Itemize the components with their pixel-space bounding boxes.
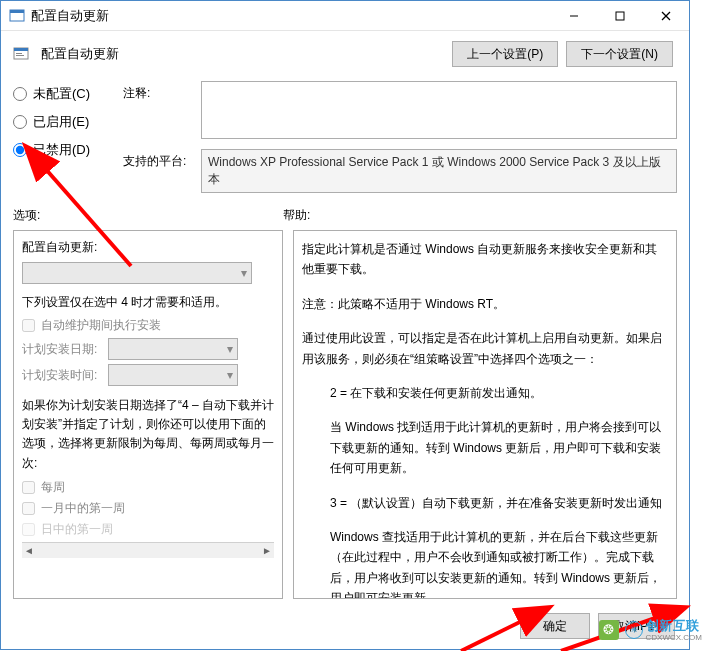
install-time-combo[interactable]: ▾ bbox=[108, 364, 238, 386]
watermark: ❂ ✳ 创新互联 CDXWCX.COM bbox=[599, 617, 702, 642]
radio-enabled[interactable]: 已启用(E) bbox=[13, 113, 113, 131]
policy-icon bbox=[13, 46, 29, 62]
help-p2: 注意：此策略不适用于 Windows RT。 bbox=[302, 294, 668, 314]
page-title: 配置自动更新 bbox=[41, 45, 119, 63]
svg-rect-1 bbox=[10, 10, 24, 13]
comment-label: 注释: bbox=[123, 81, 193, 102]
radio-not-configured-label: 未配置(C) bbox=[33, 85, 90, 103]
window-title: 配置自动更新 bbox=[31, 7, 551, 25]
help-pane[interactable]: 指定此计算机是否通过 Windows 自动更新服务来接收安全更新和其他重要下载。… bbox=[293, 230, 677, 599]
radio-enabled-input[interactable] bbox=[13, 115, 27, 129]
update-mode-combo[interactable]: ▾ bbox=[22, 262, 252, 284]
platform-box: Windows XP Professional Service Pack 1 或… bbox=[201, 149, 677, 193]
close-button[interactable] bbox=[643, 1, 689, 31]
background-strip bbox=[690, 0, 708, 652]
platform-label: 支持的平台: bbox=[123, 149, 193, 170]
help-p4: 2 = 在下载和安装任何更新前发出通知。 bbox=[302, 383, 668, 403]
state-radio-group: 未配置(C) 已启用(E) 已禁用(D) bbox=[13, 81, 113, 193]
chk-weekly-input[interactable] bbox=[22, 481, 35, 494]
install-date-label: 计划安装日期: bbox=[22, 341, 102, 358]
chk-first-week-input[interactable] bbox=[22, 502, 35, 515]
options-horizontal-scrollbar[interactable]: ◄ ► bbox=[22, 542, 274, 558]
chk-weekly[interactable]: 每周 bbox=[22, 479, 274, 496]
radio-disabled-label: 已禁用(D) bbox=[33, 141, 90, 159]
maximize-button[interactable] bbox=[597, 1, 643, 31]
chk-last-trunc[interactable]: 日中的第一周 bbox=[22, 521, 274, 538]
radio-not-configured-input[interactable] bbox=[13, 87, 27, 101]
svg-rect-8 bbox=[16, 53, 22, 54]
install-date-combo[interactable]: ▾ bbox=[108, 338, 238, 360]
options-section-title: 配置自动更新: bbox=[22, 239, 274, 256]
svg-rect-7 bbox=[14, 48, 28, 51]
titlebar: 配置自动更新 bbox=[1, 1, 689, 31]
options-note: 下列设置仅在选中 4 时才需要和适用。 bbox=[22, 294, 274, 311]
options-hint-paragraph: 如果你为计划安装日期选择了“4 – 自动下载并计划安装”并指定了计划，则你还可以… bbox=[22, 396, 274, 473]
ok-button[interactable]: 确定 bbox=[520, 613, 590, 639]
comment-box[interactable] bbox=[201, 81, 677, 139]
chk-first-week[interactable]: 一月中的第一周 bbox=[22, 500, 274, 517]
prev-setting-button[interactable]: 上一个设置(P) bbox=[452, 41, 558, 67]
wechat-icon: ❂ bbox=[599, 620, 619, 640]
install-time-label: 计划安装时间: bbox=[22, 367, 102, 384]
dialog-window: 配置自动更新 配置自动更新 上一个设置(P) 下一个设置(N) bbox=[0, 0, 690, 650]
chk-last-trunc-label: 日中的第一周 bbox=[41, 521, 113, 538]
next-setting-button[interactable]: 下一个设置(N) bbox=[566, 41, 673, 67]
help-p5: 当 Windows 找到适用于此计算机的更新时，用户将会接到可以下载更新的通知。… bbox=[302, 417, 668, 478]
options-pane[interactable]: 配置自动更新: ▾ 下列设置仅在选中 4 时才需要和适用。 自动维护期间执行安装… bbox=[13, 230, 283, 599]
chk-last-trunc-input[interactable] bbox=[22, 523, 35, 536]
content-area: 未配置(C) 已启用(E) 已禁用(D) 注释: 支持的平台: bbox=[1, 71, 689, 603]
help-column-label: 帮助: bbox=[283, 207, 677, 224]
app-icon bbox=[9, 8, 25, 24]
chk-first-week-label: 一月中的第一周 bbox=[41, 500, 125, 517]
radio-enabled-label: 已启用(E) bbox=[33, 113, 89, 131]
help-p1: 指定此计算机是否通过 Windows 自动更新服务来接收安全更新和其他重要下载。 bbox=[302, 239, 668, 280]
chk-maintenance[interactable]: 自动维护期间执行安装 bbox=[22, 317, 274, 334]
chk-maintenance-input[interactable] bbox=[22, 319, 35, 332]
chk-weekly-label: 每周 bbox=[41, 479, 65, 496]
svg-rect-9 bbox=[16, 55, 24, 56]
radio-not-configured[interactable]: 未配置(C) bbox=[13, 85, 113, 103]
minimize-button[interactable] bbox=[551, 1, 597, 31]
help-p6: 3 = （默认设置）自动下载更新，并在准备安装更新时发出通知 bbox=[302, 493, 668, 513]
window-controls bbox=[551, 1, 689, 31]
radio-disabled-input[interactable] bbox=[13, 143, 27, 157]
help-p3: 通过使用此设置，可以指定是否在此计算机上启用自动更新。如果启用该服务，则必须在“… bbox=[302, 328, 668, 369]
chk-maintenance-label: 自动维护期间执行安装 bbox=[41, 317, 161, 334]
brand-logo-icon: ✳ bbox=[625, 621, 643, 639]
svg-rect-3 bbox=[616, 12, 624, 20]
scroll-left-icon[interactable]: ◄ bbox=[24, 545, 34, 556]
brand-sub: CDXWCX.COM bbox=[646, 633, 702, 642]
subheader: 配置自动更新 上一个设置(P) 下一个设置(N) bbox=[1, 31, 689, 71]
options-column-label: 选项: bbox=[13, 207, 283, 224]
help-p7: Windows 查找适用于此计算机的更新，并在后台下载这些更新（在此过程中，用户… bbox=[302, 527, 668, 599]
dialog-footer: 确定 取消IP封 bbox=[1, 603, 689, 649]
scroll-right-icon[interactable]: ► bbox=[262, 545, 272, 556]
radio-disabled[interactable]: 已禁用(D) bbox=[13, 141, 113, 159]
